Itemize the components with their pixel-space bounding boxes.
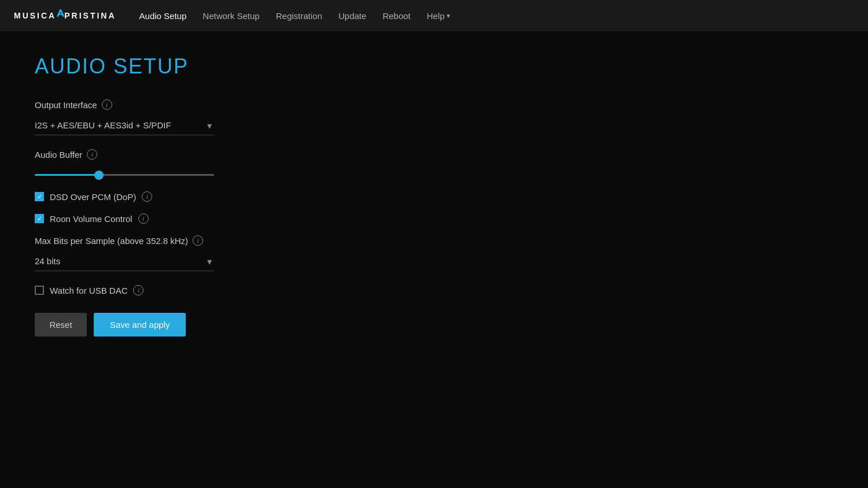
dsd-over-pcm-checkmark: ✓ (37, 194, 42, 200)
max-bits-label-text: Max Bits per Sample (above 352.8 kHz) (35, 236, 188, 246)
output-interface-select[interactable]: I2S + AES/EBU + AES3id + S/PDIF I2S only… (35, 116, 214, 135)
audio-buffer-label: Audio Buffer i (35, 149, 833, 160)
max-bits-select[interactable]: 24 bits 32 bits (35, 252, 214, 271)
output-interface-label-text: Output Interface (35, 100, 97, 110)
logo-cap: ᴬ (57, 9, 64, 25)
nav-registration[interactable]: Registration (276, 9, 322, 23)
roon-volume-label: Roon Volume Control (50, 214, 133, 224)
max-bits-select-wrapper: 24 bits 32 bits ▾ (35, 252, 214, 271)
output-interface-section: Output Interface i I2S + AES/EBU + AES3i… (35, 99, 833, 135)
max-bits-info-icon[interactable]: i (193, 235, 203, 246)
save-button[interactable]: Save and apply (94, 313, 186, 337)
roon-volume-section: ✓ Roon Volume Control i (35, 213, 833, 224)
roon-volume-checkmark: ✓ (37, 216, 42, 222)
logo: MUSICA ᴬ PRISTINA (14, 9, 116, 23)
audio-buffer-info-icon[interactable]: i (87, 149, 97, 160)
nav-update[interactable]: Update (339, 9, 366, 23)
audio-buffer-slider-wrapper (35, 165, 214, 178)
audio-buffer-section: Audio Buffer i (35, 149, 833, 178)
logo-musica-text: MUSICA (14, 11, 56, 20)
audio-buffer-slider[interactable] (35, 174, 214, 176)
watch-usb-label: Watch for USB DAC (50, 286, 127, 295)
main-nav: MUSICA ᴬ PRISTINA Audio Setup Network Se… (0, 0, 868, 31)
audio-buffer-label-text: Audio Buffer (35, 150, 82, 160)
dsd-over-pcm-label: DSD Over PCM (DoP) (50, 192, 136, 202)
max-bits-section: Max Bits per Sample (above 352.8 kHz) i … (35, 235, 833, 271)
reset-button[interactable]: Reset (35, 313, 87, 337)
button-row: Reset Save and apply (35, 313, 833, 337)
roon-volume-checkbox[interactable]: ✓ (35, 214, 44, 223)
main-content: AUDIO SETUP Output Interface i I2S + AES… (0, 31, 868, 360)
nav-reboot[interactable]: Reboot (382, 9, 410, 23)
nav-audio-setup[interactable]: Audio Setup (139, 9, 187, 23)
output-interface-info-icon[interactable]: i (102, 99, 112, 110)
nav-network-setup[interactable]: Network Setup (203, 9, 259, 23)
dsd-over-pcm-info-icon[interactable]: i (142, 191, 152, 202)
nav-links: Audio Setup Network Setup Registration U… (139, 9, 451, 23)
dsd-over-pcm-checkbox[interactable]: ✓ (35, 192, 44, 201)
logo-pristina-text: PRISTINA (64, 11, 116, 20)
max-bits-label: Max Bits per Sample (above 352.8 kHz) i (35, 235, 833, 246)
watch-usb-checkbox[interactable] (35, 286, 44, 295)
output-interface-select-wrapper: I2S + AES/EBU + AES3id + S/PDIF I2S only… (35, 116, 214, 135)
dsd-over-pcm-section: ✓ DSD Over PCM (DoP) i (35, 191, 833, 202)
watch-usb-info-icon[interactable]: i (133, 285, 144, 295)
nav-help[interactable]: Help (427, 9, 451, 23)
output-interface-label: Output Interface i (35, 99, 833, 110)
page-title: AUDIO SETUP (35, 54, 833, 79)
watch-usb-section: Watch for USB DAC i (35, 285, 833, 295)
roon-volume-info-icon[interactable]: i (138, 213, 149, 224)
